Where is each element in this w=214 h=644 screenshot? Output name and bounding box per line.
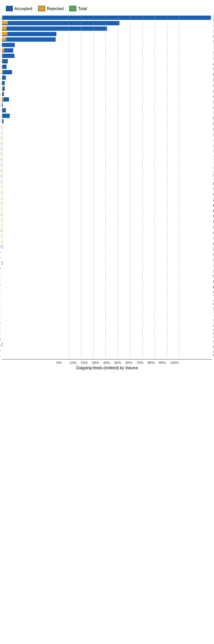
table-row: opoka111053259718461: [2, 179, 212, 184]
table-row: fu-berlin-pl4587644157: [2, 337, 212, 342]
x-tick: 0%: [56, 361, 68, 365]
bar-wrapper: [2, 217, 212, 222]
legend-total-color: [69, 6, 76, 11]
bar-rejected: [2, 114, 2, 117]
bar-rejected: [2, 21, 8, 25]
bar-wrapper: [2, 151, 212, 156]
x-tick: 70%: [134, 361, 146, 365]
bar-rejected: [2, 86, 3, 90]
bar-accepted: [2, 16, 211, 20]
bar-wrapper: [2, 64, 212, 69]
table-row: news.netmaniak.net97918119699463: [2, 184, 212, 189]
legend-accepted-label: Accepted: [14, 6, 32, 11]
bar-wrapper: [2, 108, 212, 113]
bar-wrapper: [2, 195, 212, 200]
bar-wrapper: [2, 37, 212, 42]
x-tick: 90%: [157, 361, 168, 365]
table-row: nask144648867821438: [2, 195, 212, 200]
bar-wrapper: [2, 140, 212, 146]
table-row: ict41989590623: [2, 326, 212, 331]
bar-wrapper: [2, 282, 212, 287]
table-row: news.chmurka.net351799845252882622: [2, 86, 212, 91]
table-row: news.promontel.net.pl13895930: [2, 157, 212, 162]
bar-wrapper: [2, 26, 212, 31]
bar-wrapper: [2, 260, 212, 265]
bar-wrapper: [2, 75, 212, 80]
table-row: pwr532838466113997447: [2, 108, 212, 113]
x-tick: 50%: [112, 361, 123, 365]
bar-wrapper: [2, 331, 212, 336]
table-row: task0: [2, 353, 212, 358]
table-row: sgh63964896070766: [2, 211, 212, 216]
bar-rejected: [2, 16, 2, 19]
table-row: news.intertele.pl9765958: [2, 173, 212, 178]
table-row: ipartners-fast156504444097276: [2, 239, 212, 244]
table-row: e-wro1995942319692270: [2, 135, 212, 140]
bar-accepted: [2, 75, 6, 80]
bar-wrapper: [2, 179, 212, 184]
bar-wrapper: [2, 249, 212, 254]
bar-accepted: [2, 32, 56, 36]
bar-accepted: [2, 54, 14, 58]
bar-wrapper: [2, 97, 212, 102]
table-row: poznan103721292556069191: [2, 113, 212, 118]
bar-rejected: [2, 119, 2, 123]
table-row: ipartners127718315231100653322097: [2, 26, 212, 31]
bar-wrapper: [2, 91, 212, 97]
bar-wrapper: [2, 347, 212, 353]
x-tick: 40%: [101, 361, 112, 365]
table-row: pwr-fast5532808622831598: [2, 130, 212, 135]
row-values: 1526833814721136: [212, 150, 214, 158]
bar-wrapper: [2, 15, 212, 20]
bar-wrapper: [2, 102, 212, 107]
table-row: rsk457084: [2, 298, 212, 304]
table-row: wsisiz3531666929185: [2, 277, 212, 282]
row-values: 7165024309050965444271: [212, 35, 214, 44]
bar-wrapper: [2, 211, 212, 216]
bar-wrapper: [2, 168, 212, 173]
table-row: news.artcom.pl1526833814721136: [2, 151, 212, 156]
bar-wrapper: [2, 42, 212, 47]
bar-wrapper: [2, 162, 212, 167]
bar-wrapper: [2, 255, 212, 260]
bar-wrapper: [2, 113, 212, 118]
chart-rows-container: atman-bin284077417852279834664748asterci…: [2, 15, 212, 358]
bar-wrapper: [2, 59, 212, 64]
bar-wrapper: [2, 130, 212, 135]
bar-rejected: [2, 65, 2, 68]
bar-wrapper: [2, 119, 212, 124]
bar-wrapper: [2, 184, 212, 189]
bar-wrapper: [2, 228, 212, 233]
table-row: lodman117166558838: [2, 342, 212, 347]
table-row: internetia345064930345033681: [2, 81, 212, 86]
x-tick: 100%: [168, 361, 179, 365]
bar-rejected: [2, 48, 4, 52]
bar-accepted: [2, 92, 4, 96]
bar-wrapper: [2, 337, 212, 342]
bar-wrapper: [2, 233, 212, 238]
bar-wrapper: [2, 206, 212, 211]
table-row: lodman-bin1824331217200852: [2, 140, 212, 146]
table-row: onet940016190204791697: [2, 97, 212, 102]
table-row: itl1886323913576471: [2, 162, 212, 167]
row-values: 633609231554: [212, 302, 214, 311]
bar-wrapper: [2, 200, 212, 205]
x-tick: 10%: [68, 361, 79, 365]
x-tick: 30%: [90, 361, 101, 365]
row-values: 41989590623: [212, 324, 214, 332]
bar-wrapper: [2, 288, 212, 293]
x-tick: 80%: [146, 361, 157, 365]
bar-rejected: [2, 32, 7, 35]
table-row: fu-berlin167187102739: [2, 320, 212, 325]
bar-accepted: [2, 65, 7, 69]
chart-container: Accepted Rejected Total atman-bin2840774…: [0, 0, 214, 382]
table-row: news.connecta.pl115605766114816830: [2, 102, 212, 107]
legend-accepted: Accepted: [6, 6, 32, 11]
table-row: tpi7334757765864116745687: [2, 32, 212, 37]
table-row: ict-fast633609231554: [2, 304, 212, 309]
table-row: provider1141546211396992: [2, 260, 212, 265]
table-row: futuro28464812823307: [2, 249, 212, 254]
bar-wrapper: [2, 266, 212, 271]
table-row: cyf-kr99825904120672: [2, 233, 212, 238]
bar-accepted: [2, 26, 107, 31]
